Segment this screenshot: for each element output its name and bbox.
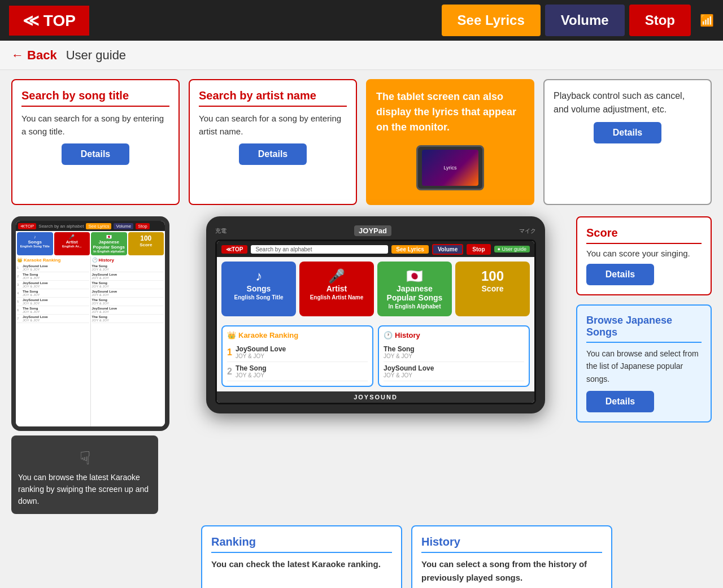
history-info-box: History You can select a song from the h… xyxy=(411,525,612,588)
s-row-2: 2The SongJOY & JOY xyxy=(17,272,89,281)
main-device-wrap: 充電 JOYPad マイク ≪TOP Search by an alphabet… xyxy=(184,216,567,413)
search-song-title-box: Search by song title You can search for … xyxy=(11,79,180,205)
info-boxes-bottom-row: Ranking You can check the latest Karaoke… xyxy=(11,525,712,588)
artist-nav-icon: 🎤 xyxy=(304,268,369,284)
lyrics-display-body: The tablet screen can also display the l… xyxy=(376,89,524,135)
d-nav-songs[interactable]: ♪ Songs English Song Title xyxy=(221,262,296,316)
search-song-title-heading: Search by song title xyxy=(21,89,169,107)
browse-japanese-box: Browse Japanese Songs You can browse and… xyxy=(576,304,712,423)
sh-row-7: The SongJOY & JOY xyxy=(92,315,164,323)
d-hist-song-2: JoySound Love xyxy=(384,364,434,372)
small-history-title: 🕐History xyxy=(92,258,164,263)
d-see-lyrics-btn[interactable]: See Lyrics xyxy=(391,245,429,254)
device-screen: ≪TOP Search by an alphabet See Lyrics Vo… xyxy=(215,239,536,404)
d-ranking-section: 👑 Karaoke Ranking 1 JoySound Love JOY & … xyxy=(221,325,373,387)
d-ranking-title: 👑 Karaoke Ranking xyxy=(227,331,368,339)
s-nav-artist: 🎤 Artist English Ar... xyxy=(54,232,90,255)
playback-details-button[interactable]: Details xyxy=(594,122,661,143)
search-artist-heading: Search by artist name xyxy=(199,89,347,107)
s-row-3: 3JoySound LoveJOY & JOY xyxy=(17,281,89,289)
tablet-screen: Lyrics xyxy=(422,150,478,186)
history-clock-icon: 🕐 xyxy=(384,331,393,339)
score-info-box: Score You can score your singing. Detail… xyxy=(576,216,712,295)
d-search-box[interactable]: Search by an alphabet xyxy=(251,245,388,254)
ranking-label: Karaoke Ranking xyxy=(238,331,298,339)
s-row-5: 5JoySound LoveJOY & JOY xyxy=(17,298,89,306)
history-info-heading: History xyxy=(421,535,602,553)
swipe-info-text: You can browse the latest Karaoke rankin… xyxy=(18,472,151,507)
small-device-screen: ≪TOP Search by an alphabet See Lyrics Vo… xyxy=(16,221,165,426)
d-ranking-row-1: 1 JoySound Love JOY & JOY xyxy=(227,343,368,362)
d-hist-artist-2: JOY & JOY xyxy=(384,372,434,378)
sh-row-2: JoySound LoveJOY & JOY xyxy=(92,272,164,281)
main-content: Search by song title You can search for … xyxy=(0,70,723,588)
device-footer: JOYSOUND xyxy=(217,391,534,403)
s-row-6: 6The SongJOY & JOY xyxy=(17,306,89,315)
history-info-body: You can select a song from the history o… xyxy=(421,557,602,585)
d-history-row-1: The Song JOY & JOY xyxy=(384,343,524,362)
main-device: 充電 JOYPad マイク ≪TOP Search by an alphabet… xyxy=(206,216,545,413)
search-artist-details-button[interactable]: Details xyxy=(239,143,307,165)
top-button[interactable]: ≪ TOP xyxy=(9,6,89,36)
d-rank-2: 2 xyxy=(227,367,232,377)
s-row-7: 7JoySound LoveJOY & JOY xyxy=(17,315,89,323)
d-history-section: 🕐 History The Song JOY & JOY xyxy=(378,325,530,387)
artist-nav-sublabel: English Artist Name xyxy=(304,294,369,300)
device-top-labels: 充電 JOYPad マイク xyxy=(215,225,536,236)
s-top-btn: ≪TOP xyxy=(18,223,36,229)
device-top-bar: ≪TOP Search by an alphabet See Lyrics Vo… xyxy=(217,241,534,257)
history-label: History xyxy=(395,331,420,339)
see-lyrics-button[interactable]: See Lyrics xyxy=(442,5,541,36)
japanese-nav-sublabel: In English Alphabet xyxy=(382,303,447,310)
s-nav-score: 100 Score xyxy=(128,232,164,255)
s-volume: Volume xyxy=(114,223,133,229)
d-top-btn[interactable]: ≪TOP xyxy=(221,245,247,254)
d-artist-1: JOY & JOY xyxy=(236,353,286,359)
s-see-lyrics: See Lyrics xyxy=(86,223,111,229)
device-nav: ♪ Songs English Song Title 🎤 Artist Engl… xyxy=(217,257,534,321)
d-user-guide[interactable]: ● User guide xyxy=(494,246,530,252)
d-rank-1: 1 xyxy=(227,347,232,358)
s-stop: Stop xyxy=(136,223,149,229)
tablet-image: Lyrics xyxy=(416,145,484,190)
sh-row-5: The SongJOY & JOY xyxy=(92,298,164,306)
signal-icon: 📶 xyxy=(700,14,714,27)
score-nav-label: Score xyxy=(460,284,525,293)
search-song-title-body: You can search for a song by entering a … xyxy=(21,112,169,138)
d-ranking-row-2: 2 The Song JOY & JOY xyxy=(227,362,368,381)
device-bottom: 👑 Karaoke Ranking 1 JoySound Love JOY & … xyxy=(217,321,534,391)
ranking-crown-icon: 👑 xyxy=(227,331,236,339)
s-row-4: 4The SongJOY & JOY xyxy=(17,289,89,298)
top-bar: ≪ TOP See Lyrics Volume Stop 📶 xyxy=(0,0,723,41)
volume-button[interactable]: Volume xyxy=(545,5,625,36)
small-nav: ♪ Songs English Song Title 🎤 Artist Engl… xyxy=(16,231,165,256)
d-volume-btn[interactable]: Volume xyxy=(432,244,463,255)
d-nav-score[interactable]: 100 Score xyxy=(455,262,530,316)
playback-body: Playback control such as cancel, and vol… xyxy=(554,89,702,116)
d-nav-artist[interactable]: 🎤 Artist English Artist Name xyxy=(299,262,374,316)
lyrics-display-box: The tablet screen can also display the l… xyxy=(366,79,534,205)
playback-control-box: Playback control such as cancel, and vol… xyxy=(543,79,712,205)
small-content: 👑Karaoke Ranking 1JoySound LoveJOY & JOY… xyxy=(16,256,165,426)
back-link[interactable]: ← Back xyxy=(11,48,57,63)
sh-row-1: The SongJOY & JOY xyxy=(92,264,164,272)
ranking-info-heading: Ranking xyxy=(211,535,392,553)
japanese-nav-icon: 🇯🇵 xyxy=(382,268,447,284)
search-artist-name-box: Search by artist name You can search for… xyxy=(189,79,357,205)
page-title: User guide xyxy=(66,48,126,63)
d-hist-song-1: The Song xyxy=(384,345,415,353)
d-nav-japanese[interactable]: 🇯🇵 Japanese Popular Songs In English Alp… xyxy=(377,262,452,316)
browse-japanese-details-button[interactable]: Details xyxy=(586,391,654,412)
d-history-title: 🕐 History xyxy=(384,331,524,339)
d-stop-btn[interactable]: Stop xyxy=(467,244,490,255)
stop-button[interactable]: Stop xyxy=(629,5,691,36)
small-ranking: 👑Karaoke Ranking 1JoySound LoveJOY & JOY… xyxy=(16,256,91,426)
small-top-bar: ≪TOP Search by an alphabet See Lyrics Vo… xyxy=(16,221,165,231)
left-panel: ≪TOP Search by an alphabet See Lyrics Vo… xyxy=(11,216,175,514)
small-history: 🕐History The SongJOY & JOY JoySound Love… xyxy=(91,256,165,426)
songs-nav-icon: ♪ xyxy=(226,268,291,284)
search-song-details-button[interactable]: Details xyxy=(62,143,129,165)
d-hist-artist-1: JOY & JOY xyxy=(384,353,415,359)
score-details-button[interactable]: Details xyxy=(586,264,654,285)
charge-label: 充電 xyxy=(215,227,227,235)
